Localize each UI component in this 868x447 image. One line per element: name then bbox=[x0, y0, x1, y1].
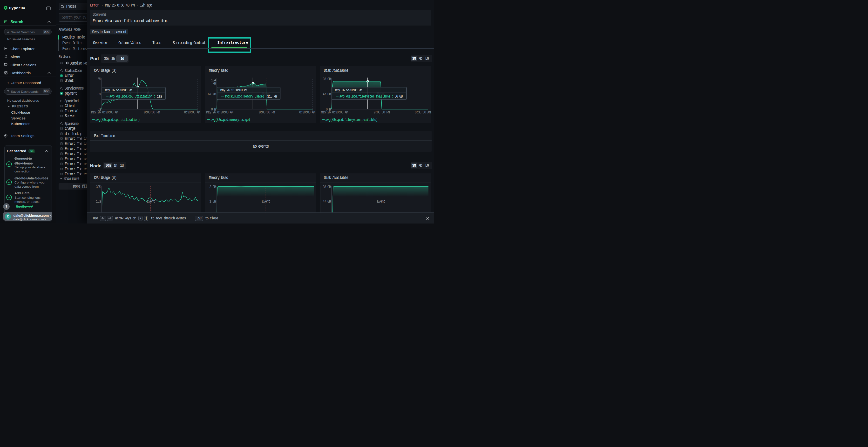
svg-text:16%: 16% bbox=[96, 199, 101, 203]
svg-text:avg(k8s.pod.filesystem.availab: avg(k8s.pod.filesystem.available): bbox=[340, 94, 393, 98]
svg-text:avg(k8s.pod.cpu.utilization): avg(k8s.pod.cpu.utilization) bbox=[95, 117, 140, 122]
svg-text:32%: 32% bbox=[96, 185, 101, 189]
svg-text:May 26 5:30:00 PM: May 26 5:30:00 PM bbox=[105, 88, 132, 92]
svg-text:May 26 8:30:00 AM: May 26 8:30:00 AM bbox=[91, 110, 118, 114]
svg-text:avg(k8s.pod.cpu.utilization):: avg(k8s.pod.cpu.utilization): bbox=[110, 94, 155, 98]
svg-text:47 GB: 47 GB bbox=[323, 92, 331, 96]
svg-text:86 GB: 86 GB bbox=[395, 94, 403, 98]
svg-text:8:30:00 AM: 8:30:00 AM bbox=[299, 110, 315, 114]
svg-text:93 GB: 93 GB bbox=[323, 77, 331, 81]
svg-text:115 MB: 115 MB bbox=[267, 94, 277, 98]
svg-text:May 26 8:30:00 AM: May 26 8:30:00 AM bbox=[206, 110, 233, 114]
svg-text:May 26 5:30:00 PM: May 26 5:30:00 PM bbox=[220, 88, 247, 92]
svg-text:47 GB: 47 GB bbox=[323, 199, 331, 203]
svg-text:9:00:00 PM: 9:00:00 PM bbox=[259, 110, 275, 114]
svg-text:8%: 8% bbox=[97, 92, 101, 96]
svg-text:May 26 5:30:00 PM: May 26 5:30:00 PM bbox=[335, 88, 362, 92]
svg-text:3 GB: 3 GB bbox=[209, 185, 216, 189]
svg-text:MB: MB bbox=[212, 81, 216, 85]
svg-text:9:00:00 PM: 9:00:00 PM bbox=[144, 110, 160, 114]
svg-text:8:30:00 AM: 8:30:00 AM bbox=[184, 110, 200, 114]
svg-text:Event: Event bbox=[377, 199, 385, 204]
svg-text:avg(k8s.pod.memory.usage):: avg(k8s.pod.memory.usage): bbox=[224, 94, 266, 98]
svg-text:Event: Event bbox=[262, 199, 270, 204]
svg-text:May 26 8:30:00 AM: May 26 8:30:00 AM bbox=[321, 110, 348, 114]
svg-text:8:30:00 AM: 8:30:00 AM bbox=[415, 110, 431, 114]
svg-text:avg(k8s.pod.memory.usage): avg(k8s.pod.memory.usage) bbox=[211, 117, 250, 122]
svg-text:16%: 16% bbox=[96, 77, 101, 81]
svg-text:9:00:00 PM: 9:00:00 PM bbox=[374, 110, 390, 114]
svg-text:avg(k8s.pod.filesystem.availab: avg(k8s.pod.filesystem.available) bbox=[326, 117, 378, 122]
svg-text:Event: Event bbox=[147, 199, 155, 204]
svg-text:11%: 11% bbox=[157, 94, 162, 98]
svg-text:1 GB: 1 GB bbox=[209, 199, 216, 203]
svg-text:93 GB: 93 GB bbox=[323, 185, 331, 189]
svg-text:67 MB: 67 MB bbox=[208, 92, 216, 96]
